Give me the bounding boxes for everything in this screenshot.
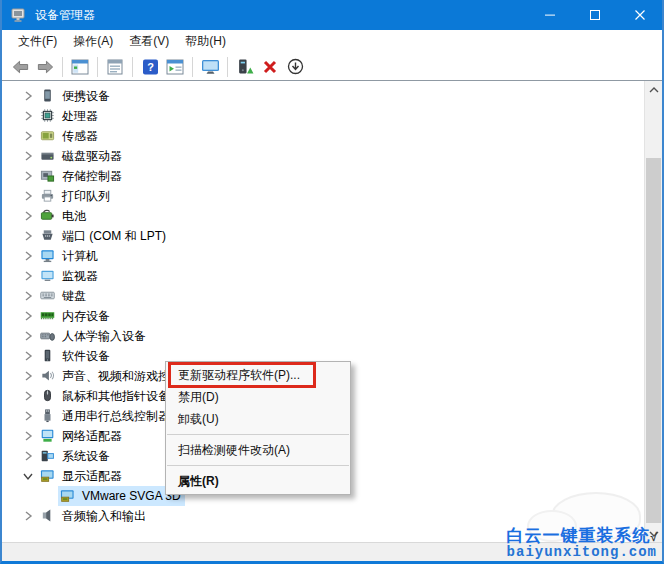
chevron-right-icon[interactable] [21,449,35,463]
tree-item-label: 音频输入和输出 [62,508,146,525]
context-menu-item[interactable]: 更新驱动程序软件(P)... [166,364,350,386]
tree-item-content: 处理器 [38,106,102,127]
context-menu: 更新驱动程序软件(P)...禁用(D)卸载(U)扫描检测硬件改动(A)属性(R) [165,361,351,495]
chevron-right-icon[interactable] [21,89,35,103]
watermark-title: 白云一键重装系统 [506,526,650,545]
chevron-right-icon[interactable] [21,289,35,303]
close-button[interactable] [617,0,662,30]
tree-item[interactable]: 磁盘驱动器 [2,146,645,166]
tree-item-content: 打印队列 [38,186,114,207]
tree-item[interactable]: 存储控制器 [2,166,645,186]
menu-action[interactable]: 操作(A) [65,30,121,53]
chevron-right-icon[interactable] [21,109,35,123]
chevron-right-icon[interactable] [21,129,35,143]
chevron-right-icon[interactable] [21,369,35,383]
device-manager-view-button[interactable] [199,56,221,78]
scroll-up-icon [649,87,659,93]
menu-separator [167,465,349,466]
standard-view-button[interactable] [164,56,186,78]
show-console-tree-button[interactable] [69,56,91,78]
context-menu-item[interactable]: 禁用(D) [166,386,350,408]
tree-item-content: 电池 [38,206,90,227]
toolbar-separator [192,57,193,77]
network-adapter-icon [40,428,56,444]
tree-item-label: 便携设备 [62,88,110,105]
tree-item-label: 系统设备 [62,448,110,465]
tree-item[interactable]: 电池 [2,206,645,226]
chevron-right-icon[interactable] [21,209,35,223]
tree-item-content: 显示适配器 [38,466,126,487]
toolbar-separator [227,57,228,77]
maximize-button[interactable] [572,0,617,30]
audio-icon [40,508,56,524]
help-icon: ? [142,59,159,75]
chevron-right-icon[interactable] [21,329,35,343]
uninstall-x-icon [262,59,278,75]
menubar: 文件(F) 操作(A) 查看(V) 帮助(H) [2,30,662,53]
forward-icon [36,59,55,75]
tree-item-content: 磁盘驱动器 [38,146,126,167]
tree-item-label: 计算机 [62,248,98,265]
uninstall-button[interactable] [259,56,281,78]
tree-item-label: 显示适配器 [62,468,122,485]
scroll-up-button[interactable] [645,81,662,98]
menu-help[interactable]: 帮助(H) [177,30,234,53]
chevron-spacer [41,489,55,503]
properties-button[interactable] [104,56,126,78]
chevron-right-icon[interactable] [21,149,35,163]
tree-item[interactable]: 监视器 [2,266,645,286]
tree-item-content: 人体学输入设备 [38,326,150,347]
tree-item[interactable]: 内存设备 [2,306,645,326]
chevron-right-icon[interactable] [21,309,35,323]
tree-item-label: 电池 [62,208,86,225]
tree-item-content: 传感器 [38,126,102,147]
window-title: 设备管理器 [35,7,95,24]
chevron-right-icon[interactable] [21,429,35,443]
chevron-right-icon[interactable] [21,409,35,423]
tree-item[interactable]: 人体学输入设备 [2,326,645,346]
tree-item-content: 软件设备 [38,346,114,367]
tree-item[interactable]: 处理器 [2,106,645,126]
chevron-down-icon[interactable] [21,469,35,483]
context-menu-item[interactable]: 属性(R) [166,470,350,492]
chevron-right-icon[interactable] [21,189,35,203]
chevron-right-icon[interactable] [21,269,35,283]
tree-item-label: 内存设备 [62,308,110,325]
menu-view[interactable]: 查看(V) [121,30,177,53]
vertical-scrollbar[interactable] [644,81,662,542]
chevron-right-icon[interactable] [21,509,35,523]
back-button[interactable] [9,56,31,78]
chevron-right-icon[interactable] [21,349,35,363]
menu-file[interactable]: 文件(F) [10,30,65,53]
tree-item[interactable]: 端口 (COM 和 LPT) [2,226,645,246]
tree-item[interactable]: 键盘 [2,286,645,306]
toolbar-separator [62,57,63,77]
minimize-button[interactable] [527,0,572,30]
chevron-right-icon[interactable] [21,229,35,243]
display-adapter-icon [60,488,76,504]
scan-hardware-changes-button[interactable] [234,56,256,78]
chevron-right-icon[interactable] [21,249,35,263]
toolbar: ? [2,53,662,81]
scan-hardware-icon [237,58,254,75]
forward-button[interactable] [34,56,56,78]
tree-item-label: 存储控制器 [62,168,122,185]
tree-item[interactable]: 计算机 [2,246,645,266]
tree-item-content: 网络适配器 [38,426,126,447]
tree-item-label: 通用串行总线控制器 [62,408,170,425]
context-menu-item[interactable]: 卸载(U) [166,408,350,430]
chevron-right-icon[interactable] [21,389,35,403]
disk-drive-icon [40,148,56,164]
tree-item[interactable]: 便携设备 [2,86,645,106]
scrollbar-thumb[interactable] [646,158,661,523]
chevron-right-icon[interactable] [21,169,35,183]
watermark: 白云一键重装系统√ baiyunxitong.com [506,527,657,560]
disable-button[interactable] [284,56,306,78]
context-menu-item[interactable]: 扫描检测硬件改动(A) [166,439,350,461]
software-device-icon [40,348,56,364]
tree-item[interactable]: 传感器 [2,126,645,146]
help-button[interactable]: ? [139,56,161,78]
usb-icon [40,408,56,424]
tree-item-label: 软件设备 [62,348,110,365]
tree-item[interactable]: 打印队列 [2,186,645,206]
